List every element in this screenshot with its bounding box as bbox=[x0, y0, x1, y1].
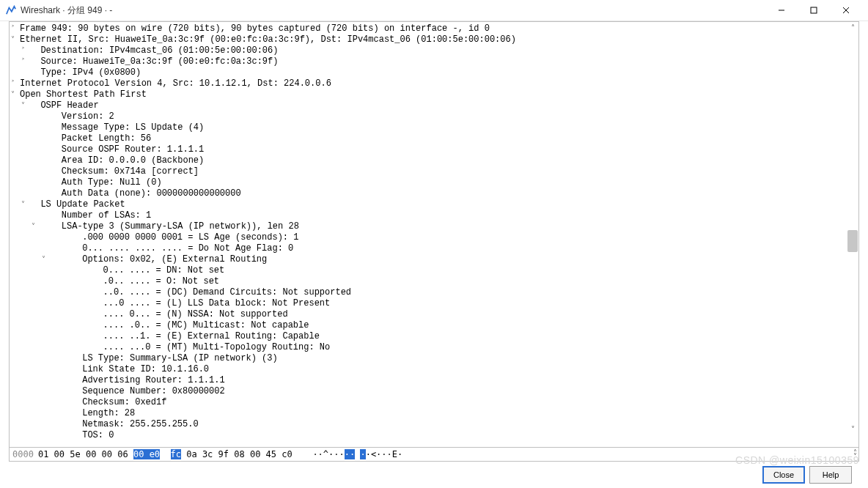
scroll-up-icon[interactable]: ˄ bbox=[847, 23, 858, 33]
wireshark-logo-icon bbox=[6, 5, 16, 15]
tree-row[interactable]: Version: 2 bbox=[20, 111, 858, 122]
tree-row[interactable]: ˃ Destination: IPv4mcast_06 (01:00:5e:00… bbox=[20, 45, 858, 56]
tree-row[interactable]: ...0 .... = (L) LLS Data block: Not Pres… bbox=[20, 298, 858, 309]
tree-row[interactable]: Length: 28 bbox=[20, 408, 858, 419]
tree-row[interactable]: 0... .... = DN: Not set bbox=[20, 265, 858, 276]
tree-row[interactable]: Checksum: 0x714a [correct] bbox=[20, 166, 858, 177]
watermark: CSDN @weixin15100359 bbox=[735, 454, 859, 466]
hex-offset: 0000 bbox=[10, 449, 34, 459]
titlebar: Wireshark · 分组 949 · - bbox=[0, 0, 868, 21]
tree-row[interactable]: Number of LSAs: 1 bbox=[20, 210, 858, 221]
hex-bytes: 01 00 5e 00 00 06 00 e0 fc 0a 3c 9f 08 0… bbox=[34, 449, 293, 459]
tree-row[interactable]: .... ..1. = (E) External Routing: Capabl… bbox=[20, 331, 858, 342]
tree-row[interactable]: Type: IPv4 (0x0800) bbox=[20, 67, 858, 78]
tree-row[interactable]: Source OSPF Router: 1.1.1.1 bbox=[20, 144, 858, 155]
tree-row[interactable]: ˃Internet Protocol Version 4, Src: 10.1.… bbox=[20, 78, 858, 89]
tree-row[interactable]: Sequence Number: 0x80000002 bbox=[20, 386, 858, 397]
tree-row[interactable]: .0.. .... = O: Not set bbox=[20, 276, 858, 287]
maximize-button[interactable] bbox=[798, 0, 830, 21]
tree-row[interactable]: .... .0.. = (MC) Multicast: Not capable bbox=[20, 320, 858, 331]
tree-row[interactable]: ˅Ethernet II, Src: HuaweiTe_0a:3c:9f (00… bbox=[20, 34, 858, 45]
tree-row[interactable]: ..0. .... = (DC) Demand Circuits: Not su… bbox=[20, 287, 858, 298]
tree-row[interactable]: ˅ OSPF Header bbox=[20, 100, 858, 111]
tree-row[interactable]: Checksum: 0xed1f bbox=[20, 397, 858, 408]
tree-row[interactable]: ˃Frame 949: 90 bytes on wire (720 bits),… bbox=[20, 23, 858, 34]
tree-row[interactable]: ˅ LS Update Packet bbox=[20, 199, 858, 210]
tree-row[interactable]: Message Type: LS Update (4) bbox=[20, 122, 858, 133]
close-button[interactable]: Close bbox=[762, 466, 805, 484]
tree-row[interactable]: .000 0000 0000 0001 = LS Age (seconds): … bbox=[20, 232, 858, 243]
tree-row[interactable]: ˅Open Shortest Path First bbox=[20, 89, 858, 100]
tree-row[interactable]: Netmask: 255.255.255.0 bbox=[20, 419, 858, 430]
minimize-button[interactable] bbox=[765, 0, 798, 21]
tree-row[interactable]: Auth Type: Null (0) bbox=[20, 177, 858, 188]
tree-row[interactable]: ˅ LSA-type 3 (Summary-LSA (IP network)),… bbox=[20, 221, 858, 232]
scrollbar-thumb[interactable] bbox=[847, 230, 858, 252]
window-title: Wireshark · 分组 949 · - bbox=[21, 4, 765, 17]
tree-row[interactable]: Area ID: 0.0.0.0 (Backbone) bbox=[20, 155, 858, 166]
tree-row[interactable]: LS Type: Summary-LSA (IP network) (3) bbox=[20, 353, 858, 364]
packet-details-tree[interactable]: ˄ ˅ ˃Frame 949: 90 bytes on wire (720 bi… bbox=[9, 21, 859, 448]
tree-row[interactable]: Link State ID: 10.1.16.0 bbox=[20, 364, 858, 375]
scroll-down-icon[interactable]: ˅ bbox=[847, 424, 858, 435]
tree-row[interactable]: .... ...0 = (MT) Multi-Topology Routing:… bbox=[20, 342, 858, 353]
tree-row[interactable]: .... 0... = (N) NSSA: Not supported bbox=[20, 309, 858, 320]
tree-row[interactable]: TOS: 0 bbox=[20, 430, 858, 441]
tree-row[interactable]: Advertising Router: 1.1.1.1 bbox=[20, 375, 858, 386]
svg-rect-1 bbox=[811, 7, 817, 13]
hex-ascii: ··^····· ··<···E· bbox=[293, 449, 403, 459]
tree-row[interactable]: Packet Length: 56 bbox=[20, 133, 858, 144]
tree-row[interactable]: ˅ Options: 0x02, (E) External Routing bbox=[20, 254, 858, 265]
tree-row[interactable]: 0... .... .... .... = Do Not Age Flag: 0 bbox=[20, 243, 858, 254]
tree-row[interactable]: Auth Data (none): 0000000000000000 bbox=[20, 188, 858, 199]
close-window-button[interactable] bbox=[830, 0, 862, 21]
help-button[interactable]: Help bbox=[809, 466, 852, 484]
packet-bytes-row[interactable]: 0000 01 00 5e 00 00 06 00 e0 fc 0a 3c 9f… bbox=[9, 448, 859, 462]
tree-row[interactable]: ˃ Source: HuaweiTe_0a:3c:9f (00:e0:fc:0a… bbox=[20, 56, 858, 67]
